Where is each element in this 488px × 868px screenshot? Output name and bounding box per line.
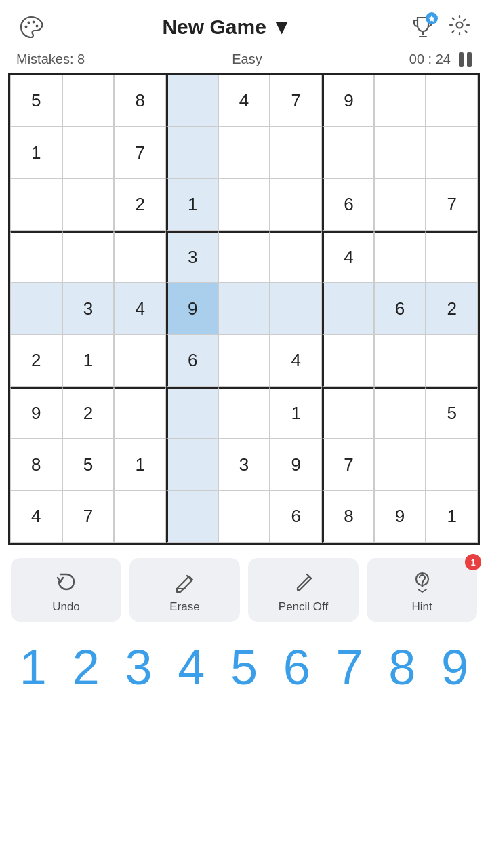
sudoku-cell[interactable] (62, 178, 115, 231)
sudoku-cell[interactable] (166, 439, 218, 491)
sudoku-cell[interactable] (218, 283, 270, 335)
hint-button[interactable]: 1 Hint (367, 558, 477, 622)
numpad-button-1[interactable]: 1 (7, 637, 60, 698)
sudoku-cell[interactable]: 6 (270, 490, 322, 542)
numpad-button-9[interactable]: 9 (428, 637, 481, 698)
sudoku-cell[interactable] (426, 231, 478, 283)
sudoku-cell[interactable] (114, 334, 166, 387)
sudoku-cell[interactable] (322, 387, 374, 439)
sudoku-cell[interactable] (218, 178, 270, 231)
sudoku-cell[interactable]: 4 (114, 283, 166, 335)
sudoku-cell[interactable]: 2 (10, 334, 62, 387)
pause-button[interactable] (459, 52, 472, 67)
sudoku-cell[interactable] (426, 75, 478, 127)
sudoku-cell[interactable]: 7 (426, 178, 478, 231)
numpad-button-7[interactable]: 7 (323, 637, 376, 698)
palette-icon[interactable] (16, 12, 46, 42)
sudoku-cell[interactable] (10, 283, 62, 335)
sudoku-cell[interactable]: 9 (270, 439, 322, 491)
sudoku-cell[interactable] (270, 231, 322, 283)
sudoku-cell[interactable]: 1 (10, 127, 62, 179)
sudoku-cell[interactable]: 9 (10, 387, 62, 439)
sudoku-cell[interactable]: 5 (62, 439, 115, 491)
sudoku-cell[interactable] (62, 231, 115, 283)
sudoku-cell[interactable] (426, 127, 478, 179)
sudoku-cell[interactable] (218, 127, 270, 179)
sudoku-cell[interactable] (218, 334, 270, 387)
sudoku-cell[interactable] (218, 387, 270, 439)
undo-button[interactable]: Undo (11, 558, 121, 622)
pencil-button[interactable]: Pencil Off (248, 558, 359, 622)
sudoku-cell[interactable] (270, 178, 322, 231)
sudoku-cell[interactable] (62, 127, 115, 179)
sudoku-cell[interactable]: 9 (166, 283, 218, 335)
sudoku-cell[interactable]: 4 (270, 334, 322, 387)
sudoku-cell[interactable]: 4 (218, 75, 270, 127)
sudoku-cell[interactable]: 7 (270, 75, 322, 127)
numpad-button-6[interactable]: 6 (270, 637, 323, 698)
sudoku-cell[interactable]: 1 (114, 439, 166, 491)
sudoku-cell[interactable] (426, 439, 478, 491)
sudoku-cell[interactable] (166, 75, 218, 127)
sudoku-cell[interactable] (374, 178, 426, 231)
sudoku-cell[interactable]: 1 (166, 178, 218, 231)
sudoku-cell[interactable] (166, 127, 218, 179)
sudoku-cell[interactable]: 4 (322, 231, 374, 283)
sudoku-cell[interactable] (374, 75, 426, 127)
sudoku-cell[interactable]: 3 (218, 439, 270, 491)
sudoku-cell[interactable] (10, 231, 62, 283)
sudoku-cell[interactable] (114, 387, 166, 439)
sudoku-cell[interactable] (218, 490, 270, 542)
sudoku-cell[interactable] (322, 334, 374, 387)
sudoku-cell[interactable] (114, 231, 166, 283)
sudoku-cell[interactable] (10, 178, 62, 231)
sudoku-cell[interactable]: 2 (114, 178, 166, 231)
trophy-button[interactable] (408, 12, 438, 42)
sudoku-cell[interactable] (374, 127, 426, 179)
sudoku-grid[interactable]: 58479172167343496221649215851397476891 (10, 75, 478, 542)
sudoku-cell[interactable] (374, 231, 426, 283)
sudoku-cell[interactable]: 7 (114, 127, 166, 179)
new-game-dropdown[interactable]: New Game ▼ (162, 16, 291, 39)
sudoku-cell[interactable]: 2 (426, 283, 478, 335)
sudoku-cell[interactable]: 1 (62, 334, 115, 387)
sudoku-cell[interactable] (62, 75, 115, 127)
sudoku-cell[interactable]: 3 (62, 283, 115, 335)
sudoku-cell[interactable] (322, 127, 374, 179)
numpad-button-4[interactable]: 4 (165, 637, 218, 698)
erase-button[interactable]: Erase (129, 558, 240, 622)
sudoku-cell[interactable]: 6 (322, 178, 374, 231)
numpad-button-5[interactable]: 5 (218, 637, 270, 698)
numpad-button-3[interactable]: 3 (113, 637, 165, 698)
sudoku-cell[interactable]: 8 (322, 490, 374, 542)
sudoku-cell[interactable]: 7 (62, 490, 115, 542)
sudoku-cell[interactable]: 2 (62, 387, 115, 439)
sudoku-cell[interactable]: 4 (10, 490, 62, 542)
sudoku-cell[interactable]: 7 (322, 439, 374, 491)
numpad-button-8[interactable]: 8 (375, 637, 428, 698)
sudoku-cell[interactable]: 6 (374, 283, 426, 335)
sudoku-cell[interactable] (322, 283, 374, 335)
sudoku-cell[interactable] (374, 334, 426, 387)
settings-button[interactable] (447, 13, 472, 42)
sudoku-cell[interactable] (270, 283, 322, 335)
sudoku-cell[interactable]: 6 (166, 334, 218, 387)
sudoku-cell[interactable]: 5 (10, 75, 62, 127)
sudoku-cell[interactable]: 8 (10, 439, 62, 491)
sudoku-cell[interactable]: 1 (270, 387, 322, 439)
sudoku-cell[interactable] (426, 334, 478, 387)
sudoku-cell[interactable]: 8 (114, 75, 166, 127)
sudoku-cell[interactable]: 9 (374, 490, 426, 542)
sudoku-cell[interactable] (374, 439, 426, 491)
sudoku-cell[interactable]: 3 (166, 231, 218, 283)
sudoku-cell[interactable]: 1 (426, 490, 478, 542)
sudoku-cell[interactable] (166, 387, 218, 439)
sudoku-cell[interactable]: 9 (322, 75, 374, 127)
sudoku-cell[interactable] (114, 490, 166, 542)
sudoku-cell[interactable] (270, 127, 322, 179)
sudoku-cell[interactable] (374, 387, 426, 439)
numpad-button-2[interactable]: 2 (60, 637, 113, 698)
sudoku-cell[interactable] (166, 490, 218, 542)
sudoku-cell[interactable]: 5 (426, 387, 478, 439)
sudoku-cell[interactable] (218, 231, 270, 283)
